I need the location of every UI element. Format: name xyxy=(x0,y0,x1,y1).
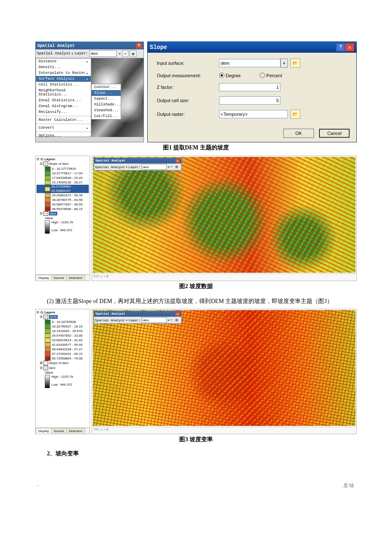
close-icon[interactable]: × xyxy=(175,312,180,316)
contour-tool-icon[interactable]: ⌁ xyxy=(122,50,129,57)
legend-swatch xyxy=(45,338,51,342)
legend-class-item[interactable]: 18.1519529 - 25.978 xyxy=(37,329,89,333)
legend-class-item[interactable]: 0 - 10.32783526 xyxy=(37,320,89,324)
tab-source[interactable]: Source xyxy=(51,428,66,434)
menu-item-neighborhood-statistics[interactable]: Neighborhood Statistics... xyxy=(36,88,91,98)
dem-gradient-swatch xyxy=(45,220,50,234)
ok-button[interactable]: OK xyxy=(283,129,314,138)
legend-class-item[interactable]: 28.27268884 - 33.20868197 xyxy=(37,185,89,193)
degree-radio[interactable]: Degree xyxy=(219,73,241,78)
histogram-tool-icon[interactable]: ▤ xyxy=(175,165,180,169)
legend-class-item[interactable]: 10.37775817 - 17.04 xyxy=(37,171,89,176)
menu-item-options[interactable]: Options... xyxy=(36,133,91,139)
histogram-tool-icon[interactable]: ▤ xyxy=(175,318,180,323)
z-factor-input[interactable] xyxy=(219,83,280,91)
close-icon[interactable]: ✕ xyxy=(345,43,354,51)
tab-selection[interactable]: Selection xyxy=(66,275,85,281)
layer-checkbox[interactable] xyxy=(44,315,48,319)
close-icon[interactable]: × xyxy=(136,43,142,49)
menu-item-surface-analysis[interactable]: Surface Analysis▸ xyxy=(36,76,91,82)
layer-checkbox[interactable] xyxy=(44,211,48,216)
layer-slope-of-dem[interactable]: Slope of dem xyxy=(49,361,68,365)
menu-item-raster-calculator[interactable]: Raster Calculator... xyxy=(36,117,91,123)
chevron-down-icon[interactable]: ▾ xyxy=(168,318,170,322)
layer-combo[interactable] xyxy=(141,317,167,323)
slope-raster-map[interactable] xyxy=(93,157,355,273)
spatial-analyst-menu-button[interactable]: Spatial Analyst ▾ xyxy=(37,51,73,56)
layer-checkbox[interactable] xyxy=(44,366,48,370)
menu-item-interpolate[interactable]: Interpolate to Raster▸ xyxy=(36,70,91,76)
legend-class-item[interactable]: 38.39780779 - 43.58 xyxy=(37,198,89,202)
submenu-viewshed[interactable]: Viewshed... xyxy=(92,108,121,113)
dem-low-value: Low : 946.372 xyxy=(51,228,73,232)
layer-dem[interactable]: dem xyxy=(49,366,56,370)
legend-swatch xyxy=(45,166,51,171)
menu-item-density[interactable]: Density... xyxy=(36,64,91,70)
menu-item-reclassify[interactable]: Reclassify... xyxy=(36,109,91,115)
output-cell-size-input[interactable] xyxy=(219,96,280,105)
cancel-button[interactable]: Cancel xyxy=(319,129,350,138)
legend-range-label: 43.58977837 - 48.55 xyxy=(52,203,83,207)
help-icon[interactable]: ? xyxy=(336,43,345,51)
layer-checkbox[interactable] xyxy=(44,161,48,166)
menu-item-convert[interactable]: Convert▸ xyxy=(36,125,91,131)
legend-class-item[interactable]: 33.80015814 - 41.62 xyxy=(37,338,89,342)
legend-class-item[interactable]: 33.20881971 - 38.39 xyxy=(37,193,89,198)
spatial-analyst-toolbar-floating[interactable]: Spatial Analyst× Spatial Analyst▾ Layer:… xyxy=(94,311,182,324)
menu-item-zonal-histogram[interactable]: Zonal Histogram... xyxy=(36,103,91,109)
toc-panel-fig3: ⊟ 🗀Layers ⊟SOS 0 - 10.3278352610.3275052… xyxy=(35,309,90,434)
open-folder-icon[interactable]: 📂 xyxy=(290,59,300,68)
spatial-analyst-toolbar-floating[interactable]: Spatial Analyst× Spatial Analyst▾ Layer:… xyxy=(94,158,182,171)
section2-heading: 2、坡向变率 xyxy=(35,450,357,457)
submenu-slope[interactable]: Slope... xyxy=(92,90,121,96)
legend-range-label: 33.20881971 - 38.39 xyxy=(52,193,83,198)
layer-combo[interactable] xyxy=(141,164,167,170)
chevron-down-icon: ▾ xyxy=(126,318,128,322)
submenu-contour[interactable]: Contour... xyxy=(92,84,121,90)
menu-item-cell-statistics[interactable]: Cell Statistics... xyxy=(36,82,91,88)
legend-class-item[interactable]: 57.27254101 - 65.72 xyxy=(37,352,89,356)
legend-class-item[interactable]: 10.32750527 - 18.15 xyxy=(37,324,89,329)
input-surface-combo[interactable] xyxy=(219,59,280,67)
chevron-down-icon[interactable]: ▾ xyxy=(119,52,121,56)
submenu-aspect[interactable]: Aspect... xyxy=(92,96,121,102)
legend-class-item[interactable]: 65.72558804 - 79.08 xyxy=(37,356,89,361)
legend-swatch xyxy=(45,333,51,338)
submenu-hillshade[interactable]: Hillshade... xyxy=(92,102,121,108)
layer-sos[interactable]: SOS xyxy=(49,315,58,319)
menu-item-zonal-statistics[interactable]: Zonal Statistics... xyxy=(36,98,91,103)
legend-class-item[interactable]: 0 - 10.37775815 xyxy=(37,166,89,171)
chevron-down-icon[interactable]: ▾ xyxy=(280,59,288,68)
submenu-cutfill[interactable]: Cut/Fill... xyxy=(92,113,121,119)
layer-slope-of-dem[interactable]: Slope of dem xyxy=(49,162,68,166)
legend-class-item[interactable]: 41.62430577 - 49.44 xyxy=(37,342,89,347)
chevron-down-icon[interactable]: ▾ xyxy=(168,165,170,169)
legend-class-item[interactable]: 48.55378506 - 66.15 xyxy=(37,207,89,211)
tab-selection[interactable]: Selection xyxy=(66,428,85,434)
slope-of-slope-raster-map[interactable] xyxy=(93,310,355,426)
histogram-tool-icon[interactable]: ▤ xyxy=(130,50,136,57)
tab-display[interactable]: Display xyxy=(36,428,51,434)
layer-dem[interactable]: dem xyxy=(49,212,57,215)
legend-class-item[interactable]: 49.44942339 - 57.27 xyxy=(37,347,89,352)
output-raster-input[interactable] xyxy=(219,110,288,118)
spatial-analyst-dropdown-menu: Distance▸ Density... Interpolate to Rast… xyxy=(36,58,91,137)
tab-display[interactable]: Display xyxy=(36,275,51,281)
legend-range-label: 65.72558804 - 79.08 xyxy=(52,357,83,361)
legend-class-item[interactable]: 17.04338546 - 23.24 xyxy=(37,176,89,180)
legend-class-item[interactable]: 23.14595136 - 28.27 xyxy=(37,180,89,185)
tab-source[interactable]: Source xyxy=(51,275,66,281)
legend-class-item[interactable]: 43.58977837 - 48.55 xyxy=(37,202,89,207)
contour-tool-icon[interactable]: ⌁ xyxy=(170,318,175,323)
menu-item-distance[interactable]: Distance▸ xyxy=(36,59,91,64)
percent-radio[interactable]: Percent xyxy=(260,73,282,78)
layer-checkbox[interactable] xyxy=(44,361,48,365)
value-label: Value xyxy=(37,216,89,220)
legend-class-item[interactable]: 25.97907852 - 33.80 xyxy=(37,333,89,338)
layer-combo[interactable] xyxy=(89,50,117,57)
open-folder-icon[interactable]: 📂 xyxy=(290,110,300,119)
contour-tool-icon[interactable]: ⌁ xyxy=(170,165,175,169)
legend-range-label: 0 - 10.37775815 xyxy=(52,167,76,171)
legend-range-label: 33.80015814 - 41.62 xyxy=(52,338,83,342)
close-icon[interactable]: × xyxy=(175,159,180,163)
